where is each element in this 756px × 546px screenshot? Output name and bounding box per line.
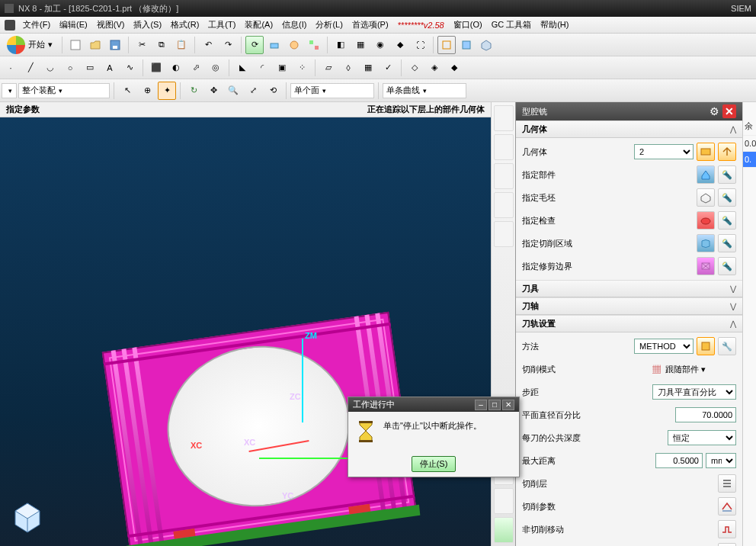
box3-button[interactable] [477, 36, 495, 54]
rs-btn-3[interactable] [494, 163, 514, 189]
chamfer-button[interactable]: ◣ [233, 59, 251, 77]
geometry-info-button[interactable] [718, 143, 736, 161]
render-button[interactable]: ◉ [371, 36, 389, 54]
surf-button[interactable]: ◊ [339, 59, 357, 77]
menu-assemblies[interactable]: 装配(A) [240, 18, 277, 32]
spec-cutarea-button[interactable] [697, 234, 715, 252]
menu-analysis[interactable]: 分析(L) [311, 18, 347, 32]
revolve-button[interactable]: ◐ [167, 59, 185, 77]
new-button[interactable] [66, 36, 85, 54]
depth-select[interactable]: 恒定 [668, 430, 736, 445]
spec-trim-display-button[interactable]: 🔦 [718, 257, 736, 275]
menu-tools[interactable]: 工具(T) [203, 18, 240, 32]
redo-button[interactable]: ↷ [219, 36, 237, 54]
rs-btn-9[interactable] [494, 517, 514, 543]
geometry-select[interactable]: 2 [634, 144, 694, 159]
spec-trim-button[interactable] [697, 257, 715, 275]
section-axis-head[interactable]: 刀轴 ⋁ [516, 297, 742, 315]
rot-button[interactable]: ⟲ [264, 82, 282, 100]
geometry-pick-button[interactable] [697, 143, 715, 161]
point-button[interactable]: · [2, 59, 20, 77]
spec-blank-button[interactable] [697, 188, 715, 207]
menu-view[interactable]: 视图(V) [92, 18, 130, 32]
save-button[interactable] [106, 36, 124, 54]
rect-button[interactable]: ▭ [81, 59, 99, 77]
start-button[interactable]: 开始 ▾ [2, 34, 58, 56]
analyze-button[interactable]: ✓ [379, 59, 397, 77]
sheet-button[interactable]: ▱ [319, 59, 338, 77]
filter-curve[interactable]: 单条曲线▾ [383, 83, 466, 98]
view-cube-icon[interactable] [12, 500, 43, 534]
shade-button[interactable]: ◧ [332, 36, 350, 54]
circle-button[interactable]: ○ [61, 59, 79, 77]
dialog-close-button[interactable]: ✕ [502, 400, 514, 410]
filter-type[interactable]: ▾ [2, 83, 17, 98]
cutmode-select[interactable]: ▦ 跟随部件 ▾ [652, 364, 736, 375]
mesh-button[interactable]: ▦ [359, 59, 377, 77]
maxdist-unit-select[interactable]: mm [706, 453, 736, 468]
far-right-val2[interactable]: 0. [743, 152, 756, 168]
extrude-button[interactable]: ⬛ [147, 59, 165, 77]
maxdist-input[interactable] [655, 453, 703, 468]
spec-check-button[interactable] [697, 211, 715, 230]
spec-check-display-button[interactable]: 🔦 [718, 211, 736, 230]
feedrate-button[interactable] [718, 543, 736, 546]
line-button[interactable]: ╱ [21, 59, 40, 77]
stop-button[interactable]: 停止(S) [412, 456, 456, 472]
rs-btn-8[interactable] [494, 488, 514, 514]
method-edit-button[interactable] [697, 337, 715, 355]
menu-gc[interactable]: GC 工具箱 [487, 18, 537, 32]
filter-assembly[interactable]: 整个装配▾ [18, 83, 110, 98]
snap-button[interactable]: ⊕ [138, 82, 156, 100]
filter-face[interactable]: 单个面▾ [290, 83, 374, 98]
method-select[interactable]: METHOD [634, 339, 694, 354]
panel-settings-icon[interactable]: ⚙ [707, 104, 721, 118]
pan-button[interactable]: ✥ [204, 82, 223, 100]
sel3-button[interactable]: ◆ [445, 59, 463, 77]
dialog-minimize-button[interactable]: – [475, 400, 487, 410]
viewport-3d[interactable]: ZM YM XC ZC YC XC [0, 117, 491, 546]
box2-button[interactable] [457, 36, 476, 54]
menu-file[interactable]: 文件(F) [18, 18, 55, 32]
rs-btn-5[interactable] [494, 221, 514, 247]
section-geometry-head[interactable]: 几何体 ⋀ [516, 120, 742, 138]
sel1-button[interactable]: ◇ [405, 59, 424, 77]
cut-button[interactable]: ✂ [133, 36, 151, 54]
fit-button[interactable]: ⛶ [411, 36, 429, 54]
part-button[interactable] [285, 36, 303, 54]
geometry-button[interactable] [265, 36, 284, 54]
pct-input[interactable] [675, 407, 736, 422]
cutlevel-button[interactable] [718, 474, 736, 493]
spec-blank-display-button[interactable]: 🔦 [718, 188, 736, 207]
menu-window[interactable]: 窗口(O) [449, 18, 487, 32]
spec-part-display-button[interactable]: 🔦 [718, 165, 736, 184]
rs-btn-2[interactable] [494, 134, 514, 160]
fillet-button[interactable]: ◜ [253, 59, 271, 77]
rs-btn-4[interactable] [494, 192, 514, 218]
zoom-button[interactable]: 🔍 [224, 82, 242, 100]
spline-button[interactable]: ∿ [120, 59, 139, 77]
arc-button[interactable]: ◡ [41, 59, 59, 77]
dialog-maximize-button[interactable]: □ [489, 400, 501, 410]
sweep-button[interactable]: ⬀ [187, 59, 205, 77]
menu-help[interactable]: 帮助(H) [536, 18, 573, 32]
shell-button[interactable]: ▣ [273, 59, 291, 77]
stepover-select[interactable]: 刀具平直百分比 [652, 384, 736, 400]
dialog-titlebar[interactable]: 工作进行中 – □ ✕ [348, 397, 519, 412]
box1-button[interactable] [437, 36, 456, 54]
assembly-button[interactable] [305, 36, 323, 54]
text-button[interactable]: A [101, 59, 119, 77]
menu-insert[interactable]: 插入(S) [129, 18, 166, 32]
menu-preferences[interactable]: 首选项(P) [348, 18, 393, 32]
copy-button[interactable]: ⧉ [152, 36, 171, 54]
scale-button[interactable]: ⤢ [244, 82, 262, 100]
wire-button[interactable]: ▦ [351, 36, 370, 54]
menu-format[interactable]: 格式(R) [166, 18, 203, 32]
refresh-button[interactable]: ⟳ [245, 36, 264, 54]
method-info-button[interactable]: 🔧 [718, 337, 736, 355]
cutparam-button[interactable] [718, 497, 736, 515]
select-button[interactable]: ↖ [118, 82, 136, 100]
menu-edit[interactable]: 编辑(E) [55, 18, 92, 32]
pattern-button[interactable]: ⁘ [293, 59, 311, 77]
iso-button[interactable]: ◆ [391, 36, 409, 54]
